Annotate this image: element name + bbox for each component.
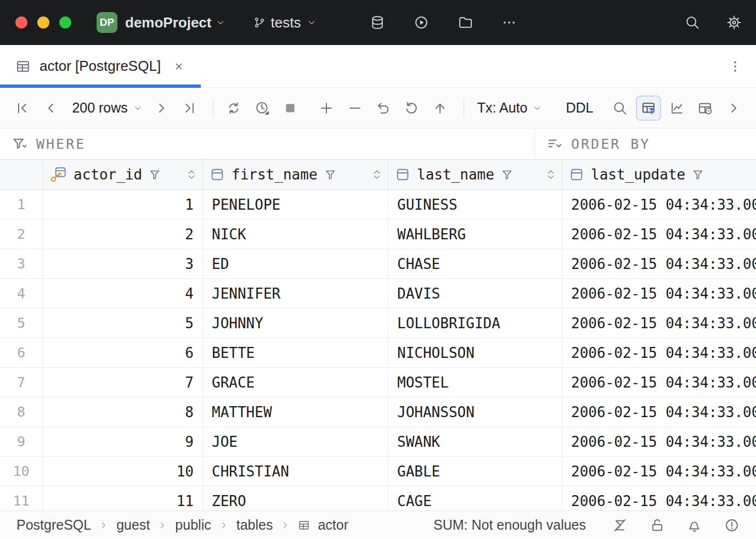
cell-last-update[interactable]: 2006-02-15 04:34:33.00	[562, 338, 756, 367]
run-icon[interactable]	[414, 15, 429, 30]
column-filter-icon[interactable]	[692, 169, 704, 181]
column-header-last-update[interactable]: last_update	[562, 160, 756, 189]
folder-icon[interactable]	[458, 15, 473, 30]
breadcrumb-item-public[interactable]: public	[175, 517, 211, 533]
cell-first-name[interactable]: PENELOPE	[203, 190, 388, 219]
last-page-button[interactable]	[177, 96, 202, 121]
delete-row-button[interactable]	[342, 96, 368, 121]
breadcrumb-item-postgresql[interactable]: PostgreSQL	[16, 517, 91, 533]
row-number-header[interactable]	[0, 160, 43, 189]
cell-last-update[interactable]: 2006-02-15 04:34:33.00	[562, 308, 756, 338]
unlocked-padlock-icon[interactable]	[650, 518, 665, 533]
breadcrumb-item-actor[interactable]: actor	[318, 517, 348, 533]
rollback-button[interactable]	[399, 96, 424, 121]
filter-rows-button[interactable]	[636, 96, 661, 121]
column-header-actor-id[interactable]: actor_id	[43, 160, 203, 189]
row-number-cell[interactable]: 1	[0, 190, 43, 219]
chart-button[interactable]	[664, 96, 690, 121]
row-number-cell[interactable]: 4	[0, 279, 43, 308]
tab-actor-postgresql[interactable]: actor [PostgreSQL]	[0, 45, 201, 87]
transaction-mode-dropdown[interactable]: Tx: Auto	[472, 100, 549, 116]
row-number-cell[interactable]: 9	[0, 427, 43, 456]
page-size-dropdown[interactable]: 200 rows	[66, 100, 148, 116]
cell-actor-id[interactable]: 6	[43, 338, 203, 367]
cell-actor-id[interactable]: 5	[43, 308, 203, 338]
minimize-window-button[interactable]	[37, 16, 49, 29]
row-number-cell[interactable]: 5	[0, 308, 43, 338]
chevron-down-icon[interactable]	[215, 17, 226, 28]
cell-actor-id[interactable]: 7	[43, 368, 203, 397]
cell-last-update[interactable]: 2006-02-15 04:34:33.00	[562, 249, 756, 278]
refresh-button[interactable]	[221, 96, 246, 121]
settings-gear-icon[interactable]	[726, 15, 742, 30]
row-number-cell[interactable]: 10	[0, 457, 43, 486]
submit-button[interactable]	[427, 96, 453, 121]
previous-page-button[interactable]	[38, 96, 64, 121]
cell-actor-id[interactable]: 9	[43, 427, 203, 456]
auto-refresh-button[interactable]	[250, 96, 275, 121]
cell-last-name[interactable]: SWANK	[388, 427, 562, 456]
cell-last-name[interactable]: LOLLOBRIGIDA	[388, 308, 562, 338]
close-window-button[interactable]	[15, 16, 27, 29]
project-badge[interactable]: DP	[97, 12, 117, 33]
close-icon[interactable]	[173, 60, 185, 72]
search-icon[interactable]	[685, 15, 700, 30]
cell-actor-id[interactable]: 10	[43, 457, 203, 486]
cell-actor-id[interactable]: 2	[43, 220, 203, 249]
cell-actor-id[interactable]: 8	[43, 397, 203, 426]
cell-last-update[interactable]: 2006-02-15 04:34:33.00	[562, 220, 756, 249]
notifications-bell-icon[interactable]	[687, 518, 702, 533]
cell-last-name[interactable]: GUINESS	[388, 190, 562, 219]
vcs-branch-widget[interactable]: tests	[253, 14, 318, 31]
cell-first-name[interactable]: ED	[203, 249, 388, 278]
ddl-button[interactable]: DDL	[560, 100, 599, 116]
column-filter-icon[interactable]	[324, 169, 336, 181]
cell-last-name[interactable]: MOSTEL	[388, 368, 562, 397]
cell-first-name[interactable]: BETTE	[203, 338, 388, 367]
first-page-button[interactable]	[10, 96, 35, 121]
sort-icon[interactable]	[544, 168, 557, 181]
next-page-button[interactable]	[149, 96, 174, 121]
order-by-clause-input[interactable]: ORDER BY	[535, 128, 650, 159]
cell-last-update[interactable]: 2006-02-15 04:34:33.00	[562, 190, 756, 219]
sort-icon[interactable]	[370, 168, 383, 181]
cell-actor-id[interactable]: 3	[43, 249, 203, 278]
cell-last-update[interactable]: 2006-02-15 04:34:33.00	[562, 427, 756, 456]
cell-last-name[interactable]: WAHLBERG	[388, 220, 562, 249]
view-options-button[interactable]	[693, 96, 718, 121]
row-number-cell[interactable]: 2	[0, 220, 43, 249]
row-number-cell[interactable]: 7	[0, 368, 43, 397]
aggregate-status[interactable]: SUM: Not enough values	[433, 517, 586, 533]
cell-first-name[interactable]: MATTHEW	[203, 397, 388, 426]
sort-icon[interactable]	[185, 168, 198, 181]
cell-first-name[interactable]: JENNIFER	[203, 279, 388, 308]
cell-last-name[interactable]: JOHANSSON	[388, 397, 562, 426]
cell-first-name[interactable]: JOE	[203, 427, 388, 456]
stop-button[interactable]	[278, 96, 303, 121]
row-number-cell[interactable]: 3	[0, 249, 43, 278]
find-button[interactable]	[607, 96, 633, 121]
cell-last-name[interactable]: NICHOLSON	[388, 338, 562, 367]
column-header-first-name[interactable]: first_name	[203, 160, 388, 189]
breadcrumb-item-guest[interactable]: guest	[116, 517, 150, 533]
revert-button[interactable]	[371, 96, 396, 121]
cell-last-name[interactable]: CHASE	[388, 249, 562, 278]
add-row-button[interactable]	[314, 96, 339, 121]
cell-actor-id[interactable]: 4	[43, 279, 203, 308]
cell-last-name[interactable]: GABLE	[388, 457, 562, 486]
cell-last-update[interactable]: 2006-02-15 04:34:33.00	[562, 279, 756, 308]
cell-actor-id[interactable]: 1	[43, 190, 203, 219]
column-filter-icon[interactable]	[149, 169, 161, 181]
cell-last-name[interactable]: DAVIS	[388, 279, 562, 308]
cell-first-name[interactable]: JOHNNY	[203, 308, 388, 338]
expand-toolbar-button[interactable]	[721, 96, 746, 121]
project-name[interactable]: demoProject	[125, 14, 212, 31]
cell-first-name[interactable]: CHRISTIAN	[203, 457, 388, 486]
cell-last-update[interactable]: 2006-02-15 04:34:33.00	[562, 457, 756, 486]
row-number-cell[interactable]: 8	[0, 397, 43, 426]
database-icon[interactable]	[370, 15, 385, 30]
error-circle-icon[interactable]	[724, 518, 740, 533]
sum-disabled-icon[interactable]	[612, 518, 628, 533]
column-filter-icon[interactable]	[501, 169, 513, 181]
cell-first-name[interactable]: NICK	[203, 220, 388, 249]
